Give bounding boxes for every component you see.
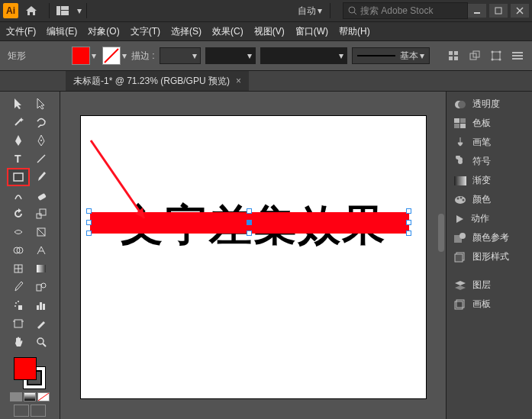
svg-point-53: [37, 338, 44, 344]
brush-definition-dropdown[interactable]: ▾: [260, 47, 347, 64]
svg-rect-40: [37, 265, 46, 272]
svg-rect-29: [14, 173, 23, 181]
panel-color[interactable]: 颜色: [447, 190, 532, 209]
panel-swatches[interactable]: 色板: [447, 114, 532, 133]
rectangle-tool-icon[interactable]: [7, 168, 30, 186]
symbol-sprayer-tool-icon[interactable]: [7, 296, 30, 314]
chevron-down-icon[interactable]: ▾: [77, 5, 82, 16]
hand-tool-icon[interactable]: [7, 333, 30, 351]
none-mode-icon[interactable]: [37, 392, 50, 401]
screen-mode-icon[interactable]: [31, 404, 46, 417]
blend-tool-icon[interactable]: [30, 278, 53, 296]
svg-rect-12: [454, 51, 458, 55]
minimize-button[interactable]: [468, 4, 486, 18]
rotate-tool-icon[interactable]: [7, 205, 30, 223]
pen-tool-icon[interactable]: [7, 131, 30, 150]
magic-wand-tool-icon[interactable]: [7, 113, 30, 131]
panel-symbols[interactable]: 符号: [447, 152, 532, 171]
menu-view[interactable]: 视图(V): [254, 25, 285, 38]
panel-graphic-styles[interactable]: 图形样式: [447, 247, 532, 266]
menu-object[interactable]: 对象(O): [88, 25, 119, 38]
svg-rect-63: [460, 124, 466, 128]
artboard[interactable]: 文字差集效果: [81, 116, 426, 398]
svg-point-21: [499, 59, 501, 61]
fill-swatch[interactable]: [72, 47, 90, 65]
svg-point-45: [18, 301, 19, 302]
search-input[interactable]: 搜索 Adobe Stock: [343, 2, 468, 19]
close-icon[interactable]: ×: [236, 76, 241, 86]
mesh-tool-icon[interactable]: [7, 259, 30, 278]
type-tool-icon[interactable]: T: [7, 150, 30, 168]
chevron-down-icon[interactable]: ▾: [92, 50, 96, 61]
svg-marker-75: [455, 285, 466, 290]
panel-transparency[interactable]: 透明度: [447, 95, 532, 114]
chevron-down-icon[interactable]: ▾: [122, 50, 127, 61]
maximize-button[interactable]: [489, 4, 508, 18]
menu-window[interactable]: 窗口(W): [295, 25, 328, 38]
zoom-tool-icon[interactable]: [30, 333, 53, 351]
column-graph-tool-icon[interactable]: [30, 296, 53, 314]
vertical-scrollbar[interactable]: [438, 214, 444, 252]
stroke-label: 描边 :: [131, 50, 155, 63]
document-tab[interactable]: 未标题-1* @ 71.23% (RGB/GPU 预览) ×: [66, 71, 249, 91]
layout-icon[interactable]: [54, 2, 71, 19]
profile-dropdown[interactable]: 基本 ▾: [352, 47, 430, 64]
slice-tool-icon[interactable]: [30, 314, 53, 333]
panel-brushes[interactable]: 画笔: [447, 133, 532, 152]
eyedropper-tool-icon[interactable]: [7, 278, 30, 296]
svg-rect-62: [454, 124, 459, 128]
color-mode-row: [10, 392, 50, 401]
panel-actions[interactable]: 动作: [447, 209, 532, 228]
shape-mode-icon[interactable]: [468, 49, 482, 63]
svg-rect-47: [37, 305, 39, 310]
auto-dropdown[interactable]: 自动 ▾: [295, 2, 325, 19]
svg-rect-2: [61, 11, 69, 15]
paintbrush-tool-icon[interactable]: [30, 168, 53, 186]
menu-edit[interactable]: 编辑(E): [47, 25, 77, 38]
panel-color-guide[interactable]: 颜色参考: [447, 228, 532, 247]
menu-icon[interactable]: [511, 49, 524, 63]
align-icon[interactable]: [447, 49, 460, 63]
direct-selection-tool-icon[interactable]: [30, 95, 53, 113]
panel-label: 图形样式: [472, 250, 509, 263]
stroke-weight-input[interactable]: ▾: [160, 47, 201, 64]
close-button[interactable]: [511, 4, 529, 18]
panel-artboards[interactable]: 画板: [447, 295, 532, 314]
svg-line-9: [105, 49, 118, 63]
selection-tool-icon[interactable]: [7, 95, 30, 113]
shape-builder-tool-icon[interactable]: [7, 241, 30, 259]
menu-type[interactable]: 文字(T): [131, 25, 160, 38]
artboard-tool-icon[interactable]: [7, 314, 30, 333]
line-tool-icon[interactable]: [30, 150, 53, 168]
canvas-area[interactable]: 文字差集效果: [60, 92, 446, 419]
variable-width-dropdown[interactable]: ▾: [205, 47, 256, 64]
transform-icon[interactable]: [489, 49, 503, 63]
fill-color-icon[interactable]: [14, 357, 37, 380]
scale-tool-icon[interactable]: [30, 205, 53, 223]
gradient-mode-icon[interactable]: [24, 392, 36, 401]
menu-file[interactable]: 文件(F): [6, 25, 36, 38]
svg-marker-74: [455, 281, 466, 285]
svg-point-46: [15, 305, 16, 307]
curvature-tool-icon[interactable]: [30, 131, 53, 150]
menu-select[interactable]: 选择(S): [171, 25, 202, 38]
eraser-tool-icon[interactable]: [30, 186, 53, 205]
menu-help[interactable]: 帮助(H): [339, 25, 370, 38]
svg-rect-64: [454, 176, 466, 185]
menu-effect[interactable]: 效果(C): [212, 25, 243, 38]
shaper-tool-icon[interactable]: [7, 186, 30, 205]
color-mode-icon[interactable]: [10, 392, 22, 401]
perspective-grid-tool-icon[interactable]: [30, 241, 53, 259]
free-transform-tool-icon[interactable]: [30, 223, 53, 241]
panel-gradient[interactable]: 渐变: [447, 171, 532, 190]
panel-layers[interactable]: 图层: [447, 276, 532, 295]
selected-rectangle[interactable]: [90, 212, 409, 234]
lasso-tool-icon[interactable]: [30, 113, 53, 131]
draw-mode-icon[interactable]: [14, 404, 29, 417]
fill-stroke-indicator[interactable]: [12, 356, 47, 391]
width-tool-icon[interactable]: [7, 223, 30, 241]
stroke-swatch[interactable]: [102, 47, 121, 65]
home-icon[interactable]: [23, 2, 40, 19]
gradient-tool-icon[interactable]: [30, 259, 53, 278]
svg-rect-31: [37, 214, 41, 218]
